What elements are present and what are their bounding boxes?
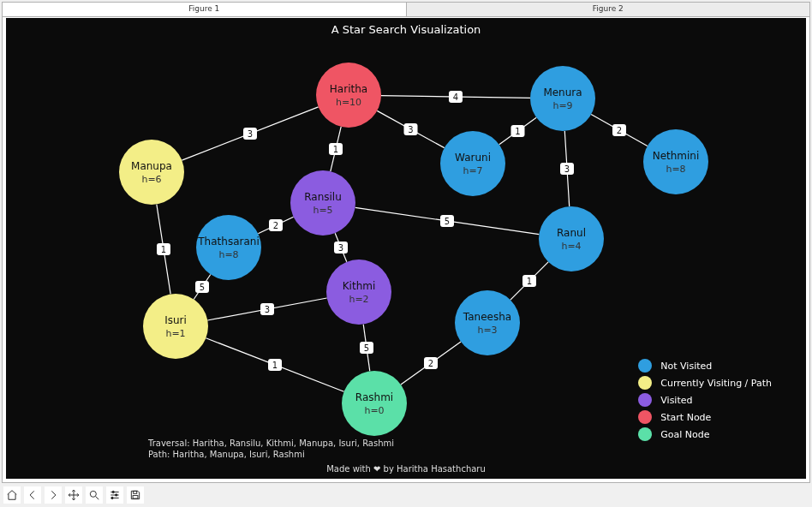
- edge-weight: 3: [338, 243, 343, 253]
- graph-node: Rashmih=0: [342, 371, 407, 436]
- node-circle: [539, 206, 604, 271]
- svg-point-3: [111, 497, 113, 498]
- edge-weight: 3: [564, 164, 570, 174]
- svg-rect-5: [133, 496, 138, 499]
- legend-item: Start Node: [638, 410, 772, 424]
- graph-node: Ranulh=4: [539, 206, 604, 271]
- node-circle: [326, 259, 391, 325]
- tab-figure-2[interactable]: Figure 2: [407, 3, 810, 16]
- edge-weight: 3: [248, 129, 253, 139]
- node-circle: [440, 131, 505, 196]
- figure-window: Figure 1 Figure 2 A Star Search Visualiz…: [2, 2, 810, 483]
- node-circle: [196, 215, 261, 280]
- legend: Not VisitedCurrently Visiting / PathVisi…: [638, 355, 772, 444]
- legend-swatch: [638, 427, 652, 441]
- zoom-icon[interactable]: [86, 486, 103, 504]
- graph-node: Ransiluh=5: [290, 170, 355, 236]
- node-circle: [530, 66, 595, 131]
- node-circle: [290, 170, 355, 236]
- result-text: Traversal: Haritha, Ransilu, Kithmi, Man…: [148, 438, 394, 460]
- graph-node: Manupah=6: [119, 140, 184, 205]
- tab-figure-1[interactable]: Figure 1: [3, 3, 407, 16]
- edge-weight: 2: [273, 221, 278, 230]
- graph-node: Menurah=9: [530, 66, 595, 131]
- legend-item: Visited: [638, 393, 772, 407]
- edge-weight: 1: [272, 361, 278, 370]
- edge-weight: 2: [428, 359, 433, 368]
- edge-weight: 4: [453, 92, 458, 102]
- edge-weight: 3: [408, 125, 413, 134]
- figure-tabs: Figure 1 Figure 2: [3, 3, 809, 17]
- node-circle: [119, 140, 184, 205]
- footer-credit: Made with ❤ by Haritha Hasathcharu: [6, 464, 806, 474]
- legend-item: Currently Visiting / Path: [638, 376, 772, 390]
- edge-weight: 3: [265, 305, 270, 314]
- legend-item: Not Visited: [638, 359, 772, 373]
- svg-point-1: [112, 491, 114, 492]
- graph-node: Warunih=7: [440, 131, 505, 196]
- legend-swatch: [638, 393, 652, 407]
- plot-title: A Star Search Visualization: [6, 23, 806, 36]
- nav-toolbar: [2, 485, 146, 505]
- node-circle: [316, 63, 381, 128]
- edge-weight: 2: [617, 126, 622, 135]
- node-circle: [342, 371, 407, 436]
- edge-weight: 1: [515, 127, 520, 136]
- legend-item: Goal Node: [638, 427, 772, 441]
- plot-canvas: A Star Search Visualization 431312323515…: [6, 18, 806, 479]
- graph-node: Harithah=10: [316, 63, 381, 128]
- legend-swatch: [638, 359, 652, 373]
- graph-node: Taneeshah=3: [455, 290, 520, 355]
- svg-point-0: [90, 491, 96, 497]
- edge-weight: 5: [445, 217, 450, 226]
- graph-node: Nethminih=8: [643, 129, 708, 194]
- node-circle: [643, 129, 708, 194]
- svg-rect-4: [134, 491, 137, 493]
- graph-node: Kithmih=2: [326, 259, 391, 325]
- edge-weight: 1: [527, 277, 532, 286]
- legend-label: Currently Visiting / Path: [660, 378, 772, 389]
- edge-weight: 1: [333, 145, 338, 154]
- legend-label: Start Node: [660, 412, 711, 423]
- forward-icon[interactable]: [45, 486, 62, 504]
- legend-label: Goal Node: [660, 429, 709, 440]
- edge-weight: 5: [200, 283, 205, 292]
- traversal-line: Traversal: Haritha, Ransilu, Kithmi, Man…: [148, 438, 394, 449]
- svg-point-2: [116, 494, 117, 496]
- node-circle: [143, 294, 208, 359]
- legend-swatch: [638, 376, 652, 390]
- save-icon[interactable]: [127, 486, 144, 504]
- graph-node: Thathsaranih=8: [196, 215, 261, 280]
- back-icon[interactable]: [24, 486, 41, 504]
- edge-weight: 5: [364, 343, 369, 353]
- configure-icon[interactable]: [106, 486, 123, 504]
- home-icon[interactable]: [3, 486, 21, 504]
- pan-icon[interactable]: [65, 486, 82, 504]
- graph-node: Isurih=1: [143, 294, 208, 359]
- legend-label: Visited: [660, 395, 692, 406]
- legend-label: Not Visited: [660, 361, 712, 372]
- edge-weight: 1: [161, 245, 166, 254]
- path-line: Path: Haritha, Manupa, Isuri, Rashmi: [148, 449, 394, 460]
- node-circle: [455, 290, 520, 355]
- legend-swatch: [638, 410, 652, 424]
